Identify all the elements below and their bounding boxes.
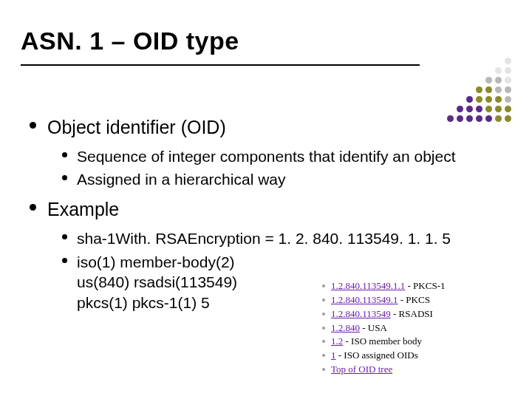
- dot-icon: [485, 77, 492, 83]
- bullet-oid-sub1-text: Sequence of integer components that iden…: [77, 148, 456, 165]
- dot-icon: [495, 86, 502, 93]
- dot-icon: [466, 96, 473, 103]
- oid-desc: - USA: [360, 322, 387, 333]
- oid-tree-row: 1.2.840.113549.1 - PKCS: [321, 293, 516, 307]
- dot-icon: [505, 96, 511, 103]
- dot-icon: [505, 106, 511, 112]
- oid-link[interactable]: Top of OID tree: [331, 364, 392, 375]
- oid-link[interactable]: 1.2: [331, 335, 343, 347]
- oid-tree-row: 1.2.840 - USA: [321, 321, 516, 335]
- dot-icon: [505, 67, 511, 74]
- bullet-oid-sub2-text: Assigned in a hierarchical way: [77, 171, 285, 188]
- bullet-oid-label: Object identifier (OID): [47, 117, 226, 137]
- oid-tree-row: 1 - ISO assigned OIDs: [321, 349, 516, 363]
- oid-tree-row: Top of OID tree: [321, 363, 516, 377]
- bullet-oid: Object identifier (OID) Sequence of inte…: [28, 115, 514, 190]
- dot-icon: [495, 67, 502, 74]
- oid-tree-row: 1.2.840.113549.1.1 - PKCS-1: [321, 279, 516, 293]
- dot-icon: [476, 86, 482, 93]
- oid-desc: - RSADSI: [391, 308, 433, 319]
- oid-link[interactable]: 1.2.840: [331, 322, 360, 333]
- oid-desc: - ISO assigned OIDs: [336, 349, 418, 361]
- oid-desc: - ISO member body: [343, 335, 422, 347]
- title-underline: [21, 64, 420, 66]
- title-block: ASN. 1 – OID type: [21, 27, 502, 66]
- bullet-example-sub1: sha-1With. RSAEncryption = 1. 2. 840. 11…: [61, 228, 514, 249]
- oid-link[interactable]: 1.2.840.113549: [331, 308, 391, 319]
- oid-tree-list: 1.2.840.113549.1.1 - PKCS-11.2.840.11354…: [321, 279, 516, 377]
- oid-link[interactable]: 1.2.840.113549.1.1: [331, 280, 405, 291]
- dot-icon: [476, 96, 482, 103]
- dot-icon: [495, 106, 502, 112]
- oid-desc: - PKCS-1: [405, 280, 445, 291]
- oid-desc: - PKCS: [398, 294, 430, 305]
- dot-icon: [476, 106, 482, 112]
- sub2-line1: iso(1) member-body(2): [77, 253, 235, 270]
- dot-icon: [495, 96, 502, 103]
- bullet-oid-sub1: Sequence of integer components that iden…: [61, 146, 514, 167]
- bullet-example-sub1-text: sha-1With. RSAEncryption = 1. 2. 840. 11…: [77, 230, 451, 247]
- dot-icon: [466, 106, 473, 112]
- oid-tree-row: 1.2 - ISO member body: [321, 335, 516, 349]
- decorative-dot-grid: [447, 58, 513, 123]
- dot-icon: [457, 106, 463, 112]
- bullet-example-label: Example: [47, 199, 119, 219]
- slide-title: ASN. 1 – OID type: [21, 27, 502, 55]
- dot-icon: [505, 86, 511, 93]
- dot-icon: [485, 86, 492, 93]
- dot-icon: [505, 77, 511, 83]
- bullet-oid-sub2: Assigned in a hierarchical way: [61, 169, 514, 190]
- dot-icon: [485, 96, 492, 103]
- dot-icon: [485, 106, 492, 112]
- dot-icon: [495, 77, 502, 83]
- oid-tree-row: 1.2.840.113549 - RSADSI: [321, 307, 516, 321]
- dot-icon: [505, 58, 511, 64]
- oid-link[interactable]: 1.2.840.113549.1: [331, 294, 398, 305]
